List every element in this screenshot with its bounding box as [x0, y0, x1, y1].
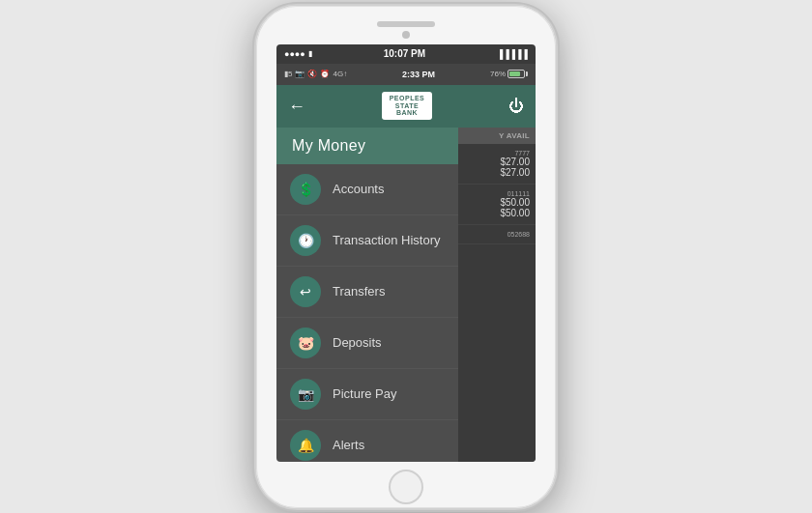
deposits-icon: 🐷 — [290, 328, 321, 358]
os-signal: ●●●● — [284, 49, 305, 59]
app-header: ← PEOPLES STATE BANK ⏻ — [276, 85, 536, 128]
accounts-label: Accounts — [333, 182, 384, 196]
transfers-label: Transfers — [333, 284, 385, 299]
deposits-label: Deposits — [333, 335, 382, 350]
right-panel-item-2: 011111 $50.00 $50.00 — [458, 185, 536, 225]
app-status-bar: ▮5 📷 🔇 ⏰ 4G↑ 2:33 PM 76% — [276, 64, 536, 85]
right-panel-item-1: 7777 $27.00 $27.00 — [458, 144, 536, 185]
battery-icon — [508, 70, 528, 78]
mute-icon: 🔇 — [307, 70, 317, 78]
picture-pay-label: Picture Pay — [333, 386, 396, 401]
right-panel: Y AVAIL 7777 $27.00 $27.00 011111 $50.00… — [458, 128, 536, 462]
right-panel-item-3: 052688 — [458, 225, 536, 244]
phone-screen: ●●●● ▮ 10:07 PM ▐▐▐▐▐ ▮5 📷 🔇 ⏰ 4G↑ 2:33 … — [276, 44, 536, 462]
right-panel-header: Y AVAIL — [458, 128, 536, 144]
alerts-label: Alerts — [333, 438, 364, 452]
camera-icon: 📷 — [295, 70, 304, 78]
os-carrier: ▮ — [308, 49, 312, 58]
back-button[interactable]: ← — [288, 98, 305, 115]
os-left-status: ●●●● ▮ — [284, 49, 312, 59]
os-right-status: ▐▐▐▐▐ — [497, 49, 528, 59]
bank-name-line2: STATE — [395, 102, 419, 110]
app-left-icons: ▮5 📷 🔇 ⏰ 4G↑ — [284, 70, 347, 78]
os-status-bar: ●●●● ▮ 10:07 PM ▐▐▐▐▐ — [276, 44, 536, 64]
bank-name-line1: PEOPLES — [390, 95, 425, 102]
alarm-icon: ⏰ — [320, 70, 330, 78]
os-time: 10:07 PM — [384, 48, 425, 59]
transaction-history-label: Transaction History — [333, 233, 441, 247]
phone-speaker — [377, 21, 435, 27]
bank-name-line3: BANK — [396, 109, 418, 117]
power-button[interactable]: ⏻ — [508, 98, 524, 115]
phone-camera — [402, 31, 410, 39]
app-right-status: 76% — [490, 70, 528, 78]
signal-icon: ▮5 — [284, 70, 292, 78]
transfers-icon: ↩ — [290, 276, 321, 307]
picture-pay-icon: 📷 — [290, 379, 321, 410]
app-time: 2:33 PM — [402, 70, 435, 79]
phone-device: ●●●● ▮ 10:07 PM ▐▐▐▐▐ ▮5 📷 🔇 ⏰ 4G↑ 2:33 … — [256, 6, 556, 508]
home-button[interactable] — [389, 470, 423, 504]
os-wifi: ▐▐▐▐▐ — [497, 49, 528, 59]
alerts-icon: 🔔 — [290, 430, 321, 461]
network-icon: 4G↑ — [333, 70, 347, 78]
accounts-icon: 💲 — [290, 174, 321, 205]
bank-logo: PEOPLES STATE BANK — [382, 92, 433, 120]
transaction-history-icon: 🕐 — [290, 225, 321, 256]
battery-percent: 76% — [490, 70, 506, 78]
